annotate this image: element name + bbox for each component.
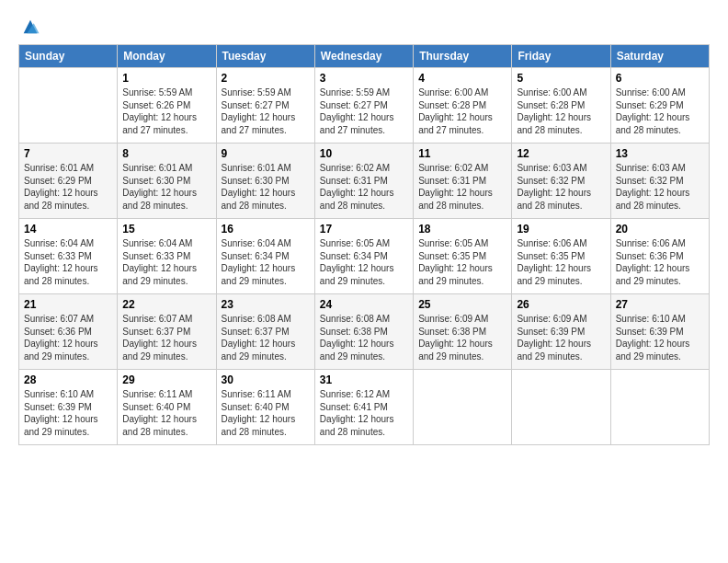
day-number: 25 — [418, 298, 506, 311]
day-info: Sunrise: 6:04 AM Sunset: 6:34 PM Dayligh… — [222, 237, 310, 287]
calendar-week-1: 1Sunrise: 5:59 AM Sunset: 6:26 PM Daylig… — [19, 68, 710, 144]
day-info: Sunrise: 6:08 AM Sunset: 6:37 PM Dayligh… — [222, 313, 310, 362]
calendar-header-monday: Monday — [118, 45, 216, 68]
day-number: 17 — [320, 223, 408, 236]
day-number: 10 — [320, 147, 408, 160]
calendar-cell: 13Sunrise: 6:03 AM Sunset: 6:32 PM Dayli… — [610, 144, 709, 219]
day-number: 31 — [320, 373, 408, 386]
day-info: Sunrise: 6:05 AM Sunset: 6:34 PM Dayligh… — [320, 237, 408, 287]
day-number: 14 — [24, 223, 112, 236]
calendar-cell: 31Sunrise: 6:12 AM Sunset: 6:41 PM Dayli… — [314, 370, 413, 445]
calendar-cell: 30Sunrise: 6:11 AM Sunset: 6:40 PM Dayli… — [216, 370, 314, 445]
calendar-header-wednesday: Wednesday — [314, 45, 413, 68]
header — [18, 17, 710, 37]
calendar-header-thursday: Thursday — [414, 45, 512, 68]
page: SundayMondayTuesdayWednesdayThursdayFrid… — [0, 0, 728, 454]
logo-icon — [20, 17, 40, 37]
day-number: 6 — [616, 72, 704, 85]
calendar-cell: 17Sunrise: 6:05 AM Sunset: 6:34 PM Dayli… — [314, 219, 413, 294]
day-number: 20 — [616, 223, 704, 236]
calendar-cell: 12Sunrise: 6:03 AM Sunset: 6:32 PM Dayli… — [512, 144, 610, 219]
day-info: Sunrise: 6:05 AM Sunset: 6:35 PM Dayligh… — [418, 237, 506, 287]
calendar-header-row: SundayMondayTuesdayWednesdayThursdayFrid… — [19, 45, 710, 68]
day-number: 12 — [517, 147, 605, 160]
calendar-cell: 20Sunrise: 6:06 AM Sunset: 6:36 PM Dayli… — [610, 219, 709, 294]
day-number: 22 — [122, 298, 210, 311]
calendar-cell: 28Sunrise: 6:10 AM Sunset: 6:39 PM Dayli… — [19, 370, 118, 445]
calendar: SundayMondayTuesdayWednesdayThursdayFrid… — [18, 44, 710, 445]
calendar-cell: 6Sunrise: 6:00 AM Sunset: 6:29 PM Daylig… — [610, 68, 709, 144]
day-info: Sunrise: 6:03 AM Sunset: 6:32 PM Dayligh… — [517, 162, 605, 212]
calendar-cell — [512, 370, 610, 445]
day-info: Sunrise: 6:00 AM Sunset: 6:28 PM Dayligh… — [517, 86, 605, 136]
calendar-cell: 9Sunrise: 6:01 AM Sunset: 6:30 PM Daylig… — [216, 144, 314, 219]
day-number: 29 — [122, 373, 210, 386]
calendar-cell: 2Sunrise: 5:59 AM Sunset: 6:27 PM Daylig… — [216, 68, 314, 144]
day-number: 30 — [222, 373, 310, 386]
day-info: Sunrise: 6:01 AM Sunset: 6:29 PM Dayligh… — [24, 162, 112, 212]
calendar-cell: 5Sunrise: 6:00 AM Sunset: 6:28 PM Daylig… — [512, 68, 610, 144]
calendar-cell: 22Sunrise: 6:07 AM Sunset: 6:37 PM Dayli… — [118, 294, 216, 370]
day-info: Sunrise: 6:11 AM Sunset: 6:40 PM Dayligh… — [122, 388, 210, 438]
day-number: 5 — [517, 72, 605, 85]
day-info: Sunrise: 6:09 AM Sunset: 6:39 PM Dayligh… — [517, 313, 605, 362]
calendar-cell: 4Sunrise: 6:00 AM Sunset: 6:28 PM Daylig… — [414, 68, 512, 144]
day-number: 19 — [517, 223, 605, 236]
day-info: Sunrise: 6:06 AM Sunset: 6:36 PM Dayligh… — [616, 237, 704, 287]
day-number: 9 — [222, 147, 310, 160]
day-info: Sunrise: 6:03 AM Sunset: 6:32 PM Dayligh… — [616, 162, 704, 212]
calendar-cell: 14Sunrise: 6:04 AM Sunset: 6:33 PM Dayli… — [19, 219, 118, 294]
calendar-cell — [414, 370, 512, 445]
calendar-cell: 27Sunrise: 6:10 AM Sunset: 6:39 PM Dayli… — [610, 294, 709, 370]
day-number: 27 — [616, 298, 704, 311]
day-number: 7 — [24, 147, 112, 160]
calendar-week-5: 28Sunrise: 6:10 AM Sunset: 6:39 PM Dayli… — [19, 370, 710, 445]
day-info: Sunrise: 6:02 AM Sunset: 6:31 PM Dayligh… — [418, 162, 506, 212]
day-info: Sunrise: 6:01 AM Sunset: 6:30 PM Dayligh… — [122, 162, 210, 212]
calendar-cell — [610, 370, 709, 445]
day-number: 13 — [616, 147, 704, 160]
day-number: 3 — [320, 72, 408, 85]
day-number: 16 — [222, 223, 310, 236]
day-info: Sunrise: 6:02 AM Sunset: 6:31 PM Dayligh… — [320, 162, 408, 212]
day-number: 1 — [122, 72, 210, 85]
calendar-cell: 26Sunrise: 6:09 AM Sunset: 6:39 PM Dayli… — [512, 294, 610, 370]
calendar-header-tuesday: Tuesday — [216, 45, 314, 68]
calendar-header-saturday: Saturday — [610, 45, 709, 68]
logo — [18, 17, 40, 37]
day-number: 15 — [122, 223, 210, 236]
day-info: Sunrise: 6:04 AM Sunset: 6:33 PM Dayligh… — [122, 237, 210, 287]
day-info: Sunrise: 6:04 AM Sunset: 6:33 PM Dayligh… — [24, 237, 112, 287]
calendar-cell: 1Sunrise: 5:59 AM Sunset: 6:26 PM Daylig… — [118, 68, 216, 144]
day-info: Sunrise: 6:10 AM Sunset: 6:39 PM Dayligh… — [24, 388, 112, 438]
calendar-cell: 3Sunrise: 5:59 AM Sunset: 6:27 PM Daylig… — [314, 68, 413, 144]
day-number: 11 — [418, 147, 506, 160]
day-info: Sunrise: 6:07 AM Sunset: 6:37 PM Dayligh… — [122, 313, 210, 362]
day-number: 24 — [320, 298, 408, 311]
calendar-cell: 24Sunrise: 6:08 AM Sunset: 6:38 PM Dayli… — [314, 294, 413, 370]
calendar-cell: 29Sunrise: 6:11 AM Sunset: 6:40 PM Dayli… — [118, 370, 216, 445]
day-info: Sunrise: 6:10 AM Sunset: 6:39 PM Dayligh… — [616, 313, 704, 362]
calendar-cell: 10Sunrise: 6:02 AM Sunset: 6:31 PM Dayli… — [314, 144, 413, 219]
day-number: 8 — [122, 147, 210, 160]
calendar-week-2: 7Sunrise: 6:01 AM Sunset: 6:29 PM Daylig… — [19, 144, 710, 219]
day-number: 18 — [418, 223, 506, 236]
day-info: Sunrise: 6:09 AM Sunset: 6:38 PM Dayligh… — [418, 313, 506, 362]
calendar-header-sunday: Sunday — [19, 45, 118, 68]
calendar-cell: 21Sunrise: 6:07 AM Sunset: 6:36 PM Dayli… — [19, 294, 118, 370]
calendar-header-friday: Friday — [512, 45, 610, 68]
day-info: Sunrise: 5:59 AM Sunset: 6:26 PM Dayligh… — [122, 86, 210, 136]
day-number: 2 — [222, 72, 310, 85]
calendar-cell: 7Sunrise: 6:01 AM Sunset: 6:29 PM Daylig… — [19, 144, 118, 219]
day-number: 4 — [418, 72, 506, 85]
day-number: 21 — [24, 298, 112, 311]
day-info: Sunrise: 5:59 AM Sunset: 6:27 PM Dayligh… — [320, 86, 408, 136]
calendar-cell: 18Sunrise: 6:05 AM Sunset: 6:35 PM Dayli… — [414, 219, 512, 294]
calendar-cell: 19Sunrise: 6:06 AM Sunset: 6:35 PM Dayli… — [512, 219, 610, 294]
calendar-cell: 23Sunrise: 6:08 AM Sunset: 6:37 PM Dayli… — [216, 294, 314, 370]
day-number: 26 — [517, 298, 605, 311]
calendar-cell — [19, 68, 118, 144]
calendar-cell: 8Sunrise: 6:01 AM Sunset: 6:30 PM Daylig… — [118, 144, 216, 219]
day-info: Sunrise: 6:12 AM Sunset: 6:41 PM Dayligh… — [320, 388, 408, 438]
day-info: Sunrise: 5:59 AM Sunset: 6:27 PM Dayligh… — [222, 86, 310, 136]
